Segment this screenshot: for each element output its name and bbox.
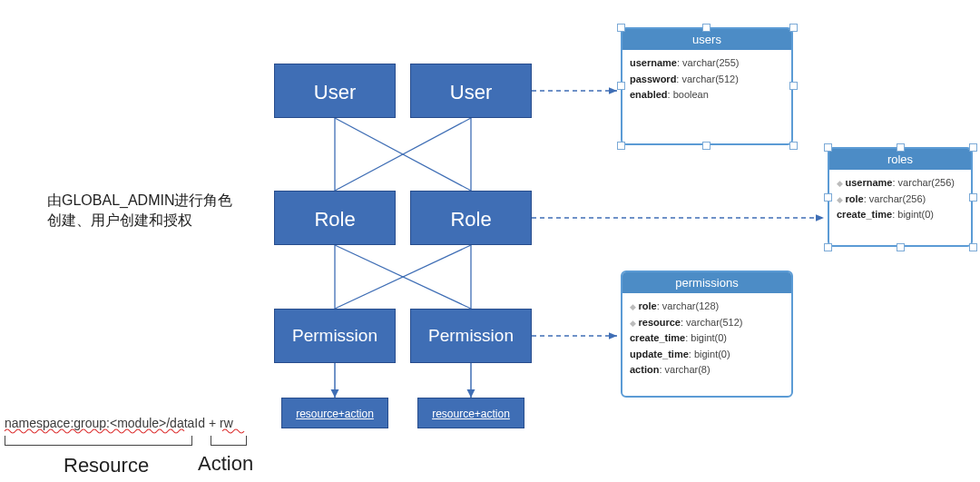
roles-table-body: username: varchar(256)role: varchar(256)…: [829, 170, 971, 229]
users-table-body: username: varchar(255)password: varchar(…: [622, 50, 791, 109]
selection-handle[interactable]: [824, 193, 832, 202]
svg-line-2: [335, 118, 471, 191]
selection-handle[interactable]: [617, 24, 625, 32]
selection-handle[interactable]: [617, 142, 625, 150]
user-box-left: User: [274, 64, 396, 118]
selection-handle[interactable]: [969, 143, 977, 152]
users-table-title: users: [622, 29, 791, 50]
selection-handle[interactable]: [897, 243, 905, 251]
selection-handle[interactable]: [789, 82, 798, 90]
action-label: Action: [198, 452, 253, 476]
resource-label: Resource: [64, 454, 149, 477]
selection-handle[interactable]: [702, 24, 710, 32]
roles-table-title: roles: [829, 149, 971, 170]
selection-handle[interactable]: [702, 142, 710, 150]
users-table: users username: varchar(255)password: va…: [621, 27, 793, 145]
resource-action-box-right: resource+action: [417, 398, 524, 428]
role-box-left: Role: [274, 191, 396, 245]
selection-handle[interactable]: [824, 143, 832, 152]
permissions-table: permissions role: varchar(128)resource: …: [621, 271, 793, 398]
selection-handle[interactable]: [789, 24, 798, 32]
permissions-table-title: permissions: [622, 272, 791, 293]
selection-handle[interactable]: [897, 143, 905, 152]
selection-handle[interactable]: [969, 243, 977, 251]
resource-format-expression: namespace:group:<module>/dataId + rw: [5, 416, 233, 430]
resource-action-box-left: resource+action: [281, 398, 388, 428]
resource-bracket: [5, 436, 192, 446]
svg-line-7: [335, 245, 471, 309]
action-bracket: [211, 436, 247, 446]
user-box-right: User: [410, 64, 532, 118]
selection-handle[interactable]: [789, 142, 798, 150]
permission-box-right: Permission: [410, 309, 532, 363]
selection-handle[interactable]: [824, 243, 832, 251]
svg-line-6: [335, 245, 471, 309]
role-box-right: Role: [410, 191, 532, 245]
permissions-table-body: role: varchar(128)resource: varchar(512)…: [622, 293, 791, 384]
selection-handle[interactable]: [969, 193, 977, 202]
svg-line-3: [335, 118, 471, 191]
selection-handle[interactable]: [617, 82, 625, 90]
admin-note: 由GLOBAL_ADMIN进行角色创建、用户创建和授权: [47, 191, 247, 231]
permission-box-left: Permission: [274, 309, 396, 363]
roles-table: roles username: varchar(256)role: varcha…: [828, 147, 973, 247]
